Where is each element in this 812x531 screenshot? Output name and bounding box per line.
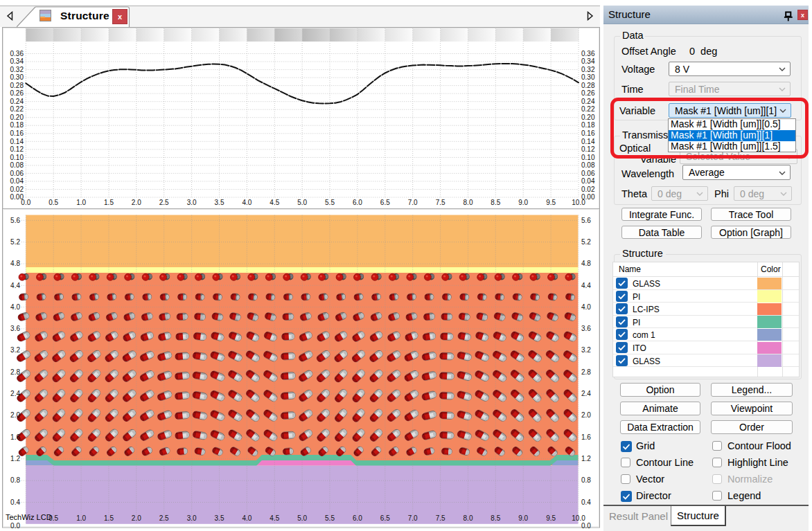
svg-text:0.34: 0.34	[581, 57, 595, 65]
svg-text:8.5: 8.5	[491, 514, 500, 522]
svg-text:5.0: 5.0	[297, 514, 307, 522]
svg-text:4.0: 4.0	[242, 199, 251, 206]
svg-text:0.34: 0.34	[10, 57, 24, 65]
svg-text:7.0: 7.0	[408, 199, 418, 206]
svg-text:0.12: 0.12	[10, 145, 24, 153]
svg-text:6.5: 6.5	[380, 199, 390, 206]
svg-text:0.06: 0.06	[10, 170, 24, 177]
svg-text:1.2: 1.2	[581, 455, 591, 462]
svg-text:0.0: 0.0	[581, 522, 591, 530]
svg-text:2.0: 2.0	[132, 514, 141, 522]
svg-text:1.0: 1.0	[76, 199, 86, 206]
svg-text:7.5: 7.5	[436, 514, 445, 522]
svg-text:5.6: 5.6	[10, 217, 20, 224]
svg-text:1.6: 1.6	[10, 433, 20, 441]
svg-text:5.2: 5.2	[581, 238, 591, 246]
svg-text:0.22: 0.22	[581, 105, 595, 113]
svg-text:3.2: 3.2	[581, 346, 591, 354]
svg-text:3.0: 3.0	[187, 199, 197, 206]
svg-text:7.5: 7.5	[436, 199, 445, 206]
svg-text:0.8: 0.8	[581, 476, 591, 484]
svg-text:1.2: 1.2	[10, 455, 20, 462]
svg-text:3.2: 3.2	[10, 346, 20, 354]
svg-text:0.5: 0.5	[48, 199, 58, 206]
svg-text:0.4: 0.4	[581, 498, 591, 506]
svg-text:0.26: 0.26	[581, 89, 595, 97]
svg-text:0.30: 0.30	[10, 73, 24, 81]
svg-text:0.28: 0.28	[581, 82, 595, 89]
svg-text:2.0: 2.0	[132, 199, 141, 206]
svg-text:4.4: 4.4	[581, 282, 591, 289]
svg-text:1.0: 1.0	[76, 514, 86, 522]
svg-text:10.0: 10.0	[572, 514, 585, 522]
svg-text:3.6: 3.6	[10, 325, 20, 332]
svg-text:0.32: 0.32	[581, 66, 595, 73]
svg-text:TechWiz LCD: TechWiz LCD	[6, 513, 52, 521]
svg-text:0.36: 0.36	[10, 50, 24, 57]
svg-text:0.10: 0.10	[581, 154, 595, 161]
svg-text:1.5: 1.5	[104, 514, 114, 522]
svg-text:9.5: 9.5	[546, 199, 556, 206]
svg-text:5.5: 5.5	[325, 514, 335, 522]
svg-text:4.5: 4.5	[270, 199, 279, 206]
svg-text:0.24: 0.24	[581, 98, 595, 105]
svg-text:0.14: 0.14	[581, 138, 595, 145]
svg-text:7.0: 7.0	[408, 514, 418, 522]
svg-text:0.24: 0.24	[10, 98, 24, 105]
svg-text:6.0: 6.0	[353, 199, 362, 206]
svg-text:0.16: 0.16	[10, 129, 24, 137]
svg-text:5.0: 5.0	[297, 199, 307, 206]
svg-text:0.16: 0.16	[581, 129, 595, 137]
svg-text:2.0: 2.0	[10, 411, 20, 419]
svg-text:0.28: 0.28	[10, 82, 24, 89]
svg-text:4.0: 4.0	[10, 303, 20, 311]
svg-text:9.5: 9.5	[546, 514, 556, 522]
svg-text:5.5: 5.5	[325, 199, 335, 206]
svg-text:4.5: 4.5	[270, 514, 279, 522]
svg-text:0.32: 0.32	[10, 66, 24, 73]
svg-text:0.22: 0.22	[10, 105, 24, 113]
svg-text:0.10: 0.10	[10, 154, 24, 161]
svg-text:1.6: 1.6	[581, 433, 591, 441]
svg-text:0.30: 0.30	[581, 73, 595, 81]
svg-text:4.0: 4.0	[242, 514, 251, 522]
svg-text:2.0: 2.0	[581, 411, 591, 419]
svg-text:1.5: 1.5	[104, 199, 114, 206]
svg-text:0.0: 0.0	[10, 522, 20, 530]
svg-text:0.06: 0.06	[581, 170, 595, 177]
svg-text:0.02: 0.02	[581, 186, 595, 193]
svg-text:0.8: 0.8	[10, 476, 20, 484]
svg-text:4.4: 4.4	[10, 282, 20, 289]
svg-text:10.0: 10.0	[572, 199, 585, 206]
svg-text:3.6: 3.6	[581, 325, 591, 332]
svg-text:5.2: 5.2	[10, 238, 20, 246]
svg-text:2.5: 2.5	[159, 199, 169, 206]
svg-text:5.6: 5.6	[581, 217, 591, 224]
svg-text:0.4: 0.4	[10, 498, 20, 506]
svg-text:0.18: 0.18	[581, 121, 595, 129]
svg-text:0.04: 0.04	[581, 177, 595, 185]
svg-text:8.0: 8.0	[464, 514, 473, 522]
svg-text:4.8: 4.8	[10, 260, 20, 267]
svg-text:4.8: 4.8	[581, 260, 591, 267]
svg-text:0.08: 0.08	[10, 161, 24, 169]
svg-text:6.5: 6.5	[380, 514, 390, 522]
svg-text:9.0: 9.0	[518, 514, 528, 522]
svg-text:0.14: 0.14	[10, 138, 24, 145]
svg-text:3.5: 3.5	[215, 199, 224, 206]
svg-text:0.26: 0.26	[10, 89, 24, 97]
svg-text:0.20: 0.20	[581, 114, 595, 121]
svg-text:3.5: 3.5	[215, 514, 224, 522]
svg-text:2.4: 2.4	[10, 390, 20, 397]
svg-text:0.0: 0.0	[21, 199, 30, 206]
svg-text:0.36: 0.36	[581, 50, 595, 57]
svg-text:2.5: 2.5	[159, 514, 169, 522]
svg-text:0.18: 0.18	[10, 121, 24, 129]
svg-text:0.08: 0.08	[581, 161, 595, 169]
svg-text:8.0: 8.0	[464, 199, 473, 206]
svg-text:2.4: 2.4	[581, 390, 591, 397]
svg-text:0.04: 0.04	[10, 177, 24, 185]
svg-text:8.5: 8.5	[491, 199, 500, 206]
svg-text:2.8: 2.8	[581, 368, 591, 376]
svg-text:3.0: 3.0	[187, 514, 197, 522]
